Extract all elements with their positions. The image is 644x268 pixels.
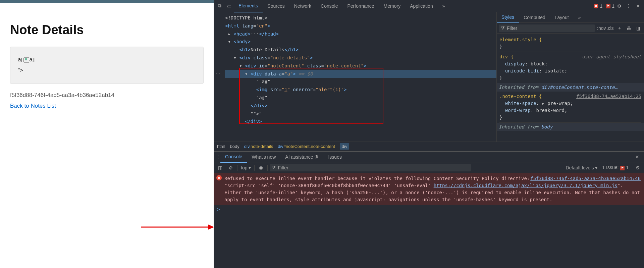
stab-more[interactable]: » [574, 12, 586, 23]
funnel-icon: ⧩ [501, 25, 505, 31]
drawer-tab-ai[interactable]: AI assistance ⚗ [280, 152, 323, 162]
drawer-close-icon[interactable]: ✕ [633, 154, 642, 160]
svg-marker-1 [208, 224, 214, 230]
stab-computed[interactable]: Computed [519, 12, 550, 23]
bc-html[interactable]: html [217, 144, 225, 149]
console-error[interactable]: f5f36d88-746f-4ad5-aa3a-4b36ae52ab14:46 … [214, 173, 644, 205]
devtools-tabbar: ⧉ ▭ Elements Sources Network Console Per… [214, 0, 644, 12]
console-filter-input[interactable]: ⧩Filter [270, 164, 471, 171]
clear-console-icon[interactable]: ⊘ [226, 165, 235, 170]
plus-icon[interactable]: ＋ [616, 25, 623, 31]
cls-toggle[interactable]: .cls [606, 25, 614, 31]
console-messages[interactable]: f5f36d88-746f-4ad5-aa3a-4b36ae52ab14:46 … [214, 173, 644, 268]
bc-body[interactable]: body [230, 144, 239, 149]
annotation-arrow [141, 223, 215, 231]
stab-layout[interactable]: Layout [550, 12, 574, 23]
inspect-icon[interactable]: ⧉ [215, 3, 224, 9]
console-error-link[interactable]: https://cdnjs.cloudflare.com/ajax/libs/j… [434, 183, 618, 188]
drawer-tab-whatsnew[interactable]: What's new [247, 152, 280, 162]
styles-body[interactable]: element.style { } div {user agent styles… [497, 34, 644, 142]
tab-memory[interactable]: Memory [379, 0, 406, 12]
console-error-source[interactable]: f5f36d88-746f-4ad5-aa3a-4b36ae52ab14:46 [530, 175, 641, 182]
close-icon[interactable]: ✕ [633, 3, 643, 9]
console-toolbar: ▥ ⊘ top ▾ ◉ ⧩Filter Default levels ▾ 1 I… [214, 162, 644, 173]
error-badge[interactable]: ✖1 [594, 3, 602, 9]
dom-tree[interactable]: <!DOCTYPE html> <html lang="en"> ▸ <head… [222, 12, 496, 142]
styles-filter-row: ⧩Filter :hov .cls ＋ 🖶 ◨ [497, 23, 644, 34]
tab-performance[interactable]: Performance [342, 0, 379, 12]
tab-more[interactable]: » [438, 0, 450, 12]
page-content: Note Details a▯a▯ "> f5f36d88-746f-4ad5-… [0, 0, 214, 268]
console-settings-icon[interactable]: ⚙ [633, 165, 642, 170]
eye-icon[interactable]: ◉ [257, 165, 265, 170]
note-id-text: f5f36d88-746f-4ad5-aa3a-4b36ae52ab14 [10, 92, 204, 99]
bc-note-details[interactable]: div.note-details [244, 144, 273, 149]
page-top-strip [0, 0, 214, 3]
drawer-kebab-icon[interactable]: ⋮ [216, 154, 220, 160]
bc-div[interactable]: div [340, 143, 350, 150]
funnel-icon: ⧩ [272, 165, 276, 170]
levels-selector[interactable]: Default levels ▾ [566, 165, 597, 170]
sidebar-toggle-icon[interactable]: ▥ [216, 165, 224, 170]
styles-filter-input[interactable]: ⧩Filter [499, 24, 595, 32]
bc-note-content[interactable]: div#noteContent.note-content [278, 144, 335, 149]
stab-styles[interactable]: Styles [497, 12, 519, 23]
drawer-tabs: ⋮ Console What's new AI assistance ⚗ Iss… [214, 152, 644, 162]
page-title: Note Details [10, 23, 204, 37]
hov-toggle[interactable]: :hov [597, 25, 604, 31]
devtools-panel: ⧉ ▭ Elements Sources Network Console Per… [214, 0, 644, 268]
tab-network[interactable]: Network [289, 0, 316, 12]
console-prompt[interactable]: > [214, 205, 644, 213]
warn-badge[interactable]: ⚑1 [606, 3, 614, 9]
tab-sources[interactable]: Sources [263, 0, 289, 12]
device-toggle-icon[interactable]: ▭ [224, 3, 234, 9]
tab-console[interactable]: Console [316, 0, 342, 12]
styles-tabs: Styles Computed Layout » [497, 12, 644, 23]
broken-image-icon [24, 57, 29, 63]
issues-link[interactable]: 1 Issue: ⚑ 1 [602, 165, 629, 170]
tab-application[interactable]: Application [405, 0, 438, 12]
tab-elements[interactable]: Elements [234, 0, 263, 12]
context-selector[interactable]: top ▾ [239, 165, 252, 170]
note-line-2: "> [18, 65, 196, 76]
drawer: ⋮ Console What's new AI assistance ⚗ Iss… [214, 151, 644, 268]
drawer-tab-console[interactable]: Console [220, 151, 247, 163]
print-icon[interactable]: 🖶 [625, 25, 633, 31]
styles-pane: Styles Computed Layout » ⧩Filter :hov .c… [496, 12, 644, 142]
back-link[interactable]: Back to Notes List [10, 103, 56, 109]
drawer-tab-issues[interactable]: Issues [323, 152, 346, 162]
note-details-box: a▯a▯ "> [10, 47, 204, 84]
gear-icon[interactable]: ⚙ [614, 3, 624, 9]
note-line-1: a▯a▯ [18, 54, 196, 65]
dock-icon[interactable]: ◨ [635, 25, 642, 31]
kebab-icon[interactable]: ⋮ [624, 3, 633, 9]
gutter: ⋯ [214, 12, 222, 142]
dom-breadcrumb[interactable]: html body div.note-details div#noteConte… [214, 142, 644, 151]
